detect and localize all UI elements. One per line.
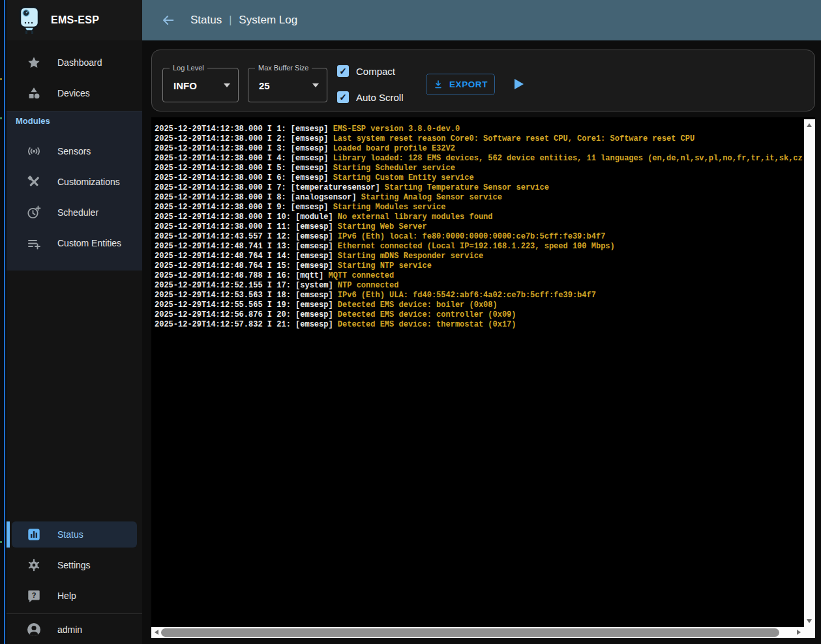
log-line: 2025-12-29T14:12:52.155 I 17: [system] N… bbox=[155, 281, 804, 291]
account-circle-icon bbox=[26, 622, 42, 637]
page-title: System Log bbox=[239, 14, 297, 27]
checkbox-checked-icon: ✓ bbox=[337, 91, 349, 103]
chevron-down-icon bbox=[312, 83, 319, 87]
sidebar-item-label: Scheduler bbox=[57, 207, 98, 218]
sidebar-item-status[interactable]: Status bbox=[12, 521, 137, 548]
checkbox-label: Auto Scroll bbox=[356, 92, 404, 103]
main-content: Log Level INFO Max Buffer Size 25 ✓ Comp… bbox=[142, 40, 821, 644]
scroll-up-arrow-icon[interactable] bbox=[807, 123, 812, 127]
construction-icon bbox=[26, 174, 42, 190]
chevron-down-icon bbox=[224, 83, 230, 87]
log-line: 2025-12-29T14:12:55.565 I 19: [emsesp] D… bbox=[155, 300, 804, 310]
log-line: 2025-12-29T14:12:43.557 I 12: [emsesp] I… bbox=[155, 232, 804, 242]
log-toolbar: Log Level INFO Max Buffer Size 25 ✓ Comp… bbox=[151, 50, 815, 111]
playlist-add-icon bbox=[26, 235, 42, 251]
sidebar-item-label: admin bbox=[57, 624, 82, 635]
sidebar-item-settings[interactable]: Settings bbox=[7, 552, 142, 578]
sidebar-item-sensors[interactable]: Sensors bbox=[7, 138, 142, 164]
sidebar-item-label: Dashboard bbox=[57, 57, 102, 68]
active-item-indicator bbox=[7, 521, 10, 548]
log-line: 2025-12-29T14:12:48.764 I 14: [emsesp] S… bbox=[155, 252, 804, 261]
export-button-label: EXPORT bbox=[449, 80, 488, 89]
sidebar-item-devices[interactable]: Devices bbox=[7, 80, 142, 106]
breadcrumb-section[interactable]: Status bbox=[190, 14, 222, 27]
background-window-edge bbox=[4, 0, 5, 644]
app-header: EMS-ESP bbox=[7, 0, 142, 40]
auto-scroll-checkbox[interactable]: ✓ Auto Scroll bbox=[337, 91, 404, 104]
log-line: 2025-12-29T14:12:48.741 I 13: [emsesp] E… bbox=[155, 242, 804, 252]
log-line: 2025-12-29T14:12:38.000 I 1: [emsesp] EM… bbox=[155, 124, 804, 134]
log-level-label: Log Level bbox=[170, 64, 207, 72]
log-line: 2025-12-29T14:12:38.000 I 3: [emsesp] Lo… bbox=[155, 144, 804, 154]
assessment-icon bbox=[26, 527, 42, 542]
sensors-icon bbox=[26, 143, 42, 159]
scroll-left-arrow-icon[interactable] bbox=[155, 630, 158, 635]
sidebar-item-label: Settings bbox=[57, 560, 91, 570]
export-button[interactable]: EXPORT bbox=[426, 74, 495, 95]
compact-checkbox[interactable]: ✓ Compact bbox=[337, 65, 395, 78]
log-line: 2025-12-29T14:12:38.000 I 8: [analogsens… bbox=[155, 193, 804, 203]
log-line: 2025-12-29T14:12:48.788 I 16: [mqtt] MQT… bbox=[155, 271, 804, 281]
log-line: 2025-12-29T14:12:53.563 I 18: [emsesp] I… bbox=[155, 291, 804, 300]
checkbox-label: Compact bbox=[356, 66, 395, 77]
more-time-icon bbox=[26, 205, 42, 220]
sidebar-item-label: Customizations bbox=[57, 177, 120, 187]
breadcrumb-separator: | bbox=[229, 14, 231, 26]
sidebar-item-label: Sensors bbox=[57, 146, 91, 156]
max-buffer-size-select[interactable]: Max Buffer Size 25 bbox=[248, 68, 327, 102]
vertical-scrollbar[interactable] bbox=[804, 119, 815, 627]
background-speck bbox=[0, 78, 2, 80]
log-viewport: 2025-12-29T14:12:38.000 I 1: [emsesp] EM… bbox=[151, 117, 815, 638]
back-arrow-icon[interactable] bbox=[160, 12, 176, 28]
start-log-play-icon[interactable] bbox=[515, 79, 524, 89]
log-line: 2025-12-29T14:12:38.000 I 10: [module] N… bbox=[155, 212, 804, 222]
log-level-select[interactable]: Log Level INFO bbox=[162, 68, 239, 102]
sidebar-item-dashboard[interactable]: Dashboard bbox=[7, 50, 142, 76]
log-level-value: INFO bbox=[173, 80, 197, 91]
horizontal-scrollbar-thumb[interactable] bbox=[161, 628, 779, 637]
sidebar-item-help[interactable]: ? Help bbox=[7, 583, 142, 609]
log-line: 2025-12-29T14:12:38.000 I 11: [emsesp] S… bbox=[155, 222, 804, 232]
gear-icon bbox=[26, 557, 42, 573]
scroll-right-arrow-icon[interactable] bbox=[797, 630, 801, 635]
sidebar-item-label: Help bbox=[57, 591, 76, 601]
log-line: 2025-12-29T14:12:48.764 I 15: [emsesp] S… bbox=[155, 261, 804, 271]
log-line: 2025-12-29T14:12:38.000 I 6: [emsesp] St… bbox=[155, 173, 804, 183]
sidebar-item-label: Custom Entities bbox=[57, 238, 121, 248]
scroll-down-arrow-icon[interactable] bbox=[807, 619, 812, 623]
log-lines: 2025-12-29T14:12:38.000 I 1: [emsesp] EM… bbox=[155, 124, 804, 627]
background-window-strip bbox=[0, 0, 7, 644]
download-icon bbox=[433, 80, 443, 90]
log-line: 2025-12-29T14:12:38.000 I 9: [emsesp] St… bbox=[155, 203, 804, 212]
sidebar-item-custom-entities[interactable]: Custom Entities bbox=[7, 230, 142, 256]
log-line: 2025-12-29T14:12:38.000 I 7: [temperatur… bbox=[155, 183, 804, 193]
help-icon: ? bbox=[26, 588, 42, 604]
category-icon bbox=[26, 85, 42, 101]
app-title: EMS-ESP bbox=[51, 14, 99, 26]
sidebar-item-label: Devices bbox=[57, 88, 90, 98]
svg-text:?: ? bbox=[32, 591, 37, 599]
scrollbar-corner bbox=[804, 627, 815, 638]
app-bar: Status | System Log bbox=[142, 0, 821, 40]
sidebar-divider bbox=[7, 613, 142, 614]
log-line: 2025-12-29T14:12:38.000 I 4: [emsesp] Li… bbox=[155, 154, 804, 164]
max-buffer-size-value: 25 bbox=[259, 80, 270, 91]
sidebar-item-customizations[interactable]: Customizations bbox=[7, 169, 142, 195]
sidebar-item-scheduler[interactable]: Scheduler bbox=[7, 199, 142, 226]
sidebar: EMS-ESP Dashboard Devices Modules Sensor… bbox=[7, 0, 142, 644]
log-line: 2025-12-29T14:12:57.832 I 21: [emsesp] D… bbox=[155, 320, 804, 330]
star-icon bbox=[26, 55, 42, 70]
horizontal-scrollbar[interactable] bbox=[151, 627, 804, 638]
boiler-logo-icon bbox=[18, 6, 40, 35]
max-buffer-size-label: Max Buffer Size bbox=[255, 64, 312, 72]
checkbox-checked-icon: ✓ bbox=[337, 65, 349, 77]
log-line: 2025-12-29T14:12:38.000 I 5: [emsesp] St… bbox=[155, 164, 804, 173]
modules-section-label: Modules bbox=[16, 116, 50, 126]
log-line: 2025-12-29T14:12:56.876 I 20: [emsesp] D… bbox=[155, 310, 804, 320]
log-line: 2025-12-29T14:12:38.000 I 2: [emsesp] La… bbox=[155, 134, 804, 144]
sidebar-item-label: Status bbox=[57, 529, 83, 540]
sidebar-item-admin[interactable]: admin bbox=[7, 616, 142, 643]
background-speck bbox=[0, 117, 2, 119]
background-speck bbox=[0, 541, 2, 543]
